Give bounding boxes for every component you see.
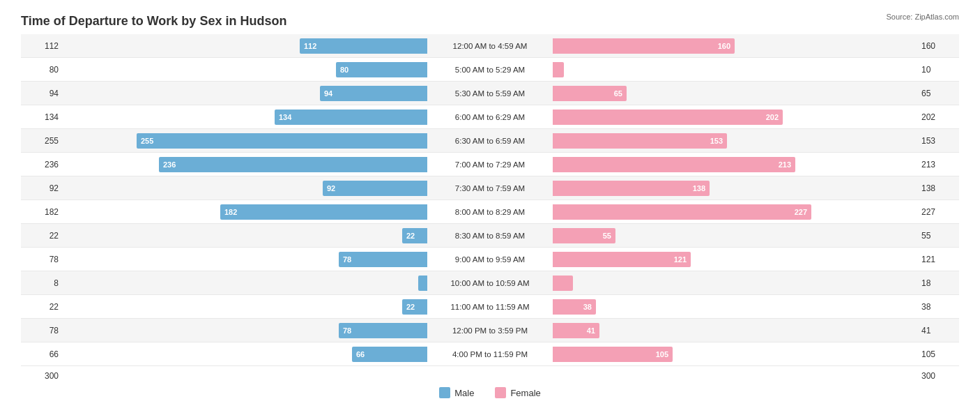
female-bar: 138 [553, 181, 710, 196]
time-label: 5:00 AM to 5:29 AM [455, 66, 525, 74]
male-bar-label: 112 [304, 42, 316, 50]
time-label: 12:00 PM to 3:59 PM [452, 326, 528, 335]
female-bar: 65 [553, 86, 627, 101]
legend-female-box [495, 387, 506, 398]
female-value: 10 [917, 65, 959, 75]
table-row: 1341346:00 AM to 6:29 AM202202 [21, 105, 959, 129]
female-bar-label: 202 [766, 113, 779, 121]
male-bar-label: 22 [406, 303, 415, 311]
legend-female-label: Female [510, 388, 540, 398]
legend-male-box [439, 387, 450, 398]
male-value: 8 [21, 278, 63, 288]
female-bar-container: 153 [553, 133, 727, 149]
female-bar: 160 [553, 38, 735, 54]
legend-male: Male [439, 387, 474, 398]
bar-section: 11212:00 AM to 4:59 AM160 [63, 34, 917, 57]
table-row: 1821828:00 AM to 8:29 AM227227 [21, 200, 959, 224]
time-label: 8:30 AM to 8:59 AM [455, 232, 525, 240]
female-value: 213 [917, 160, 959, 169]
female-bar-container [553, 62, 564, 77]
table-row: 810:00 AM to 10:59 AM18 [21, 271, 959, 295]
source-label: Source: ZipAtlas.com [886, 13, 959, 21]
table-row: 66664:00 PM to 11:59 PM105105 [21, 342, 959, 366]
female-bar-container: 121 [553, 252, 691, 267]
male-bar: 134 [275, 110, 427, 125]
bar-section: 2367:00 AM to 7:29 AM213 [63, 153, 917, 176]
bar-section: 945:30 AM to 5:59 AM65 [63, 82, 917, 105]
male-bar-container [418, 276, 427, 291]
male-value: 236 [21, 160, 63, 169]
table-row: 2362367:00 AM to 7:29 AM213213 [21, 153, 959, 176]
male-bar-label: 80 [340, 66, 349, 74]
female-bar-label: 160 [718, 42, 730, 50]
male-bar: 78 [339, 252, 427, 267]
female-bar-label: 105 [656, 350, 668, 359]
male-bar-label: 22 [406, 232, 415, 240]
legend: Male Female [21, 387, 959, 398]
female-value: 18 [917, 278, 959, 288]
male-bar-label: 92 [327, 184, 335, 193]
time-label: 10:00 AM to 10:59 AM [450, 279, 529, 287]
male-bar: 66 [352, 347, 427, 362]
legend-female: Female [495, 387, 540, 398]
male-bar-label: 66 [356, 350, 365, 359]
bar-section: 228:30 AM to 8:59 AM55 [63, 224, 917, 247]
female-value: 160 [917, 41, 959, 51]
male-value: 78 [21, 255, 63, 264]
male-value: 22 [21, 302, 63, 312]
bar-section: 1828:00 AM to 8:29 AM227 [63, 200, 917, 223]
male-bar: 80 [336, 62, 427, 77]
time-label: 5:30 AM to 5:59 AM [455, 89, 525, 98]
time-label: 7:30 AM to 7:59 AM [455, 184, 525, 193]
male-bar-container: 112 [300, 38, 427, 54]
time-label: 6:00 AM to 6:29 AM [455, 113, 525, 121]
male-bar: 255 [137, 133, 427, 149]
male-bar-container: 22 [402, 299, 427, 315]
time-label: 4:00 PM to 11:59 PM [452, 350, 528, 359]
male-bar-container: 92 [323, 181, 427, 196]
female-bar-label: 227 [795, 208, 807, 216]
male-bar-container: 78 [339, 323, 427, 338]
female-bar-container: 213 [553, 157, 795, 172]
male-bar: 94 [320, 86, 427, 101]
female-value: 202 [917, 112, 959, 122]
female-bar-container: 227 [553, 204, 811, 220]
female-bar-label: 55 [603, 232, 611, 240]
male-value: 112 [21, 41, 63, 51]
bar-section: 7812:00 PM to 3:59 PM41 [63, 319, 917, 342]
female-bar-container [553, 276, 573, 291]
female-bar: 227 [553, 204, 811, 220]
legend-male-label: Male [454, 388, 474, 398]
female-value: 153 [917, 136, 959, 146]
male-value: 66 [21, 349, 63, 359]
female-bar-label: 138 [693, 184, 705, 193]
male-value: 22 [21, 231, 63, 241]
male-value: 80 [21, 65, 63, 75]
male-bar: 182 [220, 204, 427, 220]
male-bar-container: 66 [352, 347, 427, 362]
axis-row: 300 300 [21, 369, 959, 383]
table-row: 787812:00 PM to 3:59 PM4141 [21, 319, 959, 342]
time-label: 11:00 AM to 11:59 AM [450, 303, 529, 311]
male-value: 134 [21, 112, 63, 122]
male-bar-container: 80 [336, 62, 427, 77]
male-bar: 112 [300, 38, 427, 54]
table-row: 222211:00 AM to 11:59 AM3838 [21, 295, 959, 319]
male-bar-container: 134 [275, 110, 427, 125]
axis-left-label: 300 [21, 371, 63, 381]
male-bar: 92 [323, 181, 427, 196]
female-bar-container: 38 [553, 299, 596, 315]
table-row: 78789:00 AM to 9:59 AM121121 [21, 248, 959, 271]
female-bar-container: 138 [553, 181, 710, 196]
male-bar-label: 182 [224, 208, 237, 216]
female-bar-label: 213 [779, 160, 791, 169]
female-bar-container: 41 [553, 323, 599, 338]
female-value: 105 [917, 349, 959, 359]
table-row: 92927:30 AM to 7:59 AM138138 [21, 176, 959, 200]
time-label: 7:00 AM to 7:29 AM [455, 160, 525, 169]
table-row: 11211212:00 AM to 4:59 AM160160 [21, 34, 959, 58]
male-value: 92 [21, 183, 63, 193]
female-bar-label: 65 [614, 89, 622, 98]
male-bar-container: 94 [320, 86, 427, 101]
male-bar-container: 22 [402, 228, 427, 243]
